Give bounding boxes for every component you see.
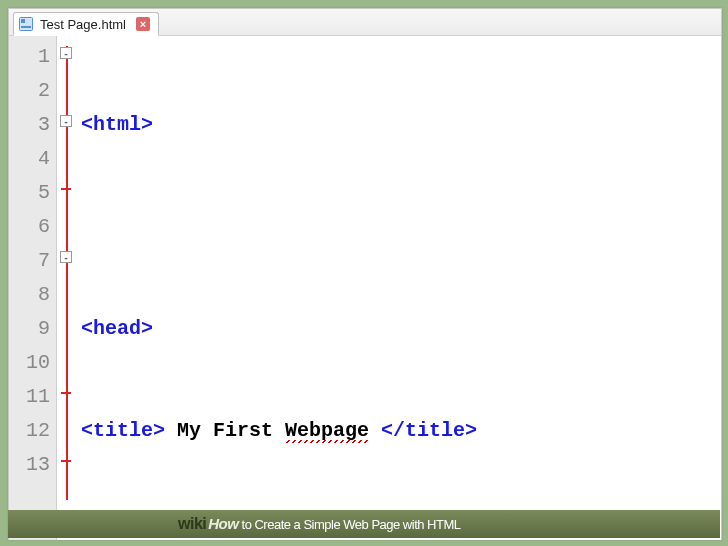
- tab-bar: Test Page.html ×: [9, 9, 721, 36]
- code-line: <head>: [81, 312, 721, 346]
- svg-rect-1: [21, 19, 25, 23]
- line-number: 13: [9, 448, 50, 482]
- code-line: <title> My First Webpage </title>: [81, 414, 721, 448]
- line-number: 2: [9, 74, 50, 108]
- watermark-footer: wikiHow to Create a Simple Web Page with…: [8, 510, 720, 538]
- line-number-gutter: 1 2 3 4 5 6 7 8 9 10 11 12 13: [9, 36, 57, 540]
- tab-filename: Test Page.html: [40, 17, 126, 32]
- fold-end-marker: [61, 188, 71, 190]
- fold-end-marker: [61, 460, 71, 462]
- fold-end-marker: [61, 392, 71, 394]
- line-number: 10: [9, 346, 50, 380]
- svg-rect-2: [21, 26, 31, 28]
- file-icon: [18, 16, 34, 32]
- close-icon[interactable]: ×: [136, 17, 150, 31]
- code-line: <html>: [81, 108, 721, 142]
- line-number: 12: [9, 414, 50, 448]
- file-tab[interactable]: Test Page.html ×: [13, 12, 159, 36]
- line-number: 4: [9, 142, 50, 176]
- editor-window: Test Page.html × 1 2 3 4 5 6 7 8 9 10 11…: [8, 8, 722, 540]
- line-number: 7: [9, 244, 50, 278]
- line-number: 8: [9, 278, 50, 312]
- editor-body: 1 2 3 4 5 6 7 8 9 10 11 12 13 - - - <htm…: [9, 36, 721, 540]
- fold-toggle[interactable]: -: [60, 47, 72, 59]
- fold-column: - - -: [59, 36, 75, 540]
- line-number: 5: [9, 176, 50, 210]
- line-number: 6: [9, 210, 50, 244]
- line-number: 11: [9, 380, 50, 414]
- fold-toggle[interactable]: -: [60, 251, 72, 263]
- code-area[interactable]: <html> <head> <title> My First Webpage <…: [75, 36, 721, 540]
- line-number: 1: [9, 40, 50, 74]
- brand-logo: wikiHow to Create a Simple Web Page with…: [178, 515, 461, 533]
- code-line: [81, 210, 721, 244]
- line-number: 9: [9, 312, 50, 346]
- line-number: 3: [9, 108, 50, 142]
- fold-toggle[interactable]: -: [60, 115, 72, 127]
